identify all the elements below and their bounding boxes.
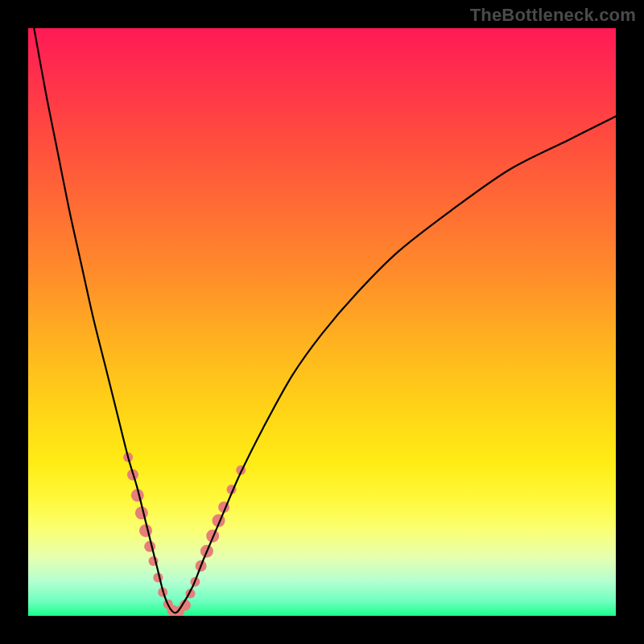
marker-dot [139, 524, 152, 537]
bottleneck-curve [34, 28, 616, 613]
chart-frame: TheBottleneck.com [0, 0, 644, 644]
chart-svg [28, 28, 616, 616]
marker-layer [123, 452, 246, 616]
plot-area [28, 28, 616, 616]
watermark-text: TheBottleneck.com [470, 5, 636, 26]
